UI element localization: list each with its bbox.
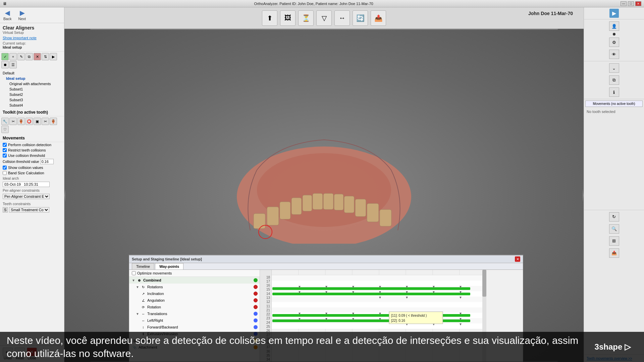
rotations-label: Rotations <box>147 285 252 289</box>
important-note-link[interactable]: Show important note <box>3 36 61 40</box>
perform-collision-check[interactable] <box>3 143 7 147</box>
right-btn-export[interactable]: 📤 <box>609 248 619 258</box>
tool-delete[interactable]: ✕ <box>34 53 41 60</box>
teeth-constraints-label-row: Teeth constraints <box>0 201 64 206</box>
restrict-collisions-label: Restrict teeth collisions <box>8 148 46 152</box>
tree-subset2[interactable]: Subset2 <box>1 92 63 97</box>
timeline-close-button[interactable]: ✕ <box>515 256 520 262</box>
toolbar-btn-4[interactable]: ▽ <box>316 10 332 26</box>
nav-bar: ◀ Back ▶ Next <box>0 7 64 23</box>
svg-rect-29 <box>272 307 486 313</box>
toolkit-btn-1[interactable]: 🔧 <box>1 118 9 125</box>
band-size-label: Band Size Calculation <box>8 171 44 175</box>
current-setup-value: Ideal setup <box>3 45 61 49</box>
tl-rotation[interactable]: ⟳ Rotation <box>129 304 260 310</box>
tool-record[interactable]: ⏺ <box>1 61 9 68</box>
tool-add[interactable]: + <box>9 53 17 60</box>
tool-list[interactable]: ☰ <box>9 61 17 68</box>
perform-collision-row: Perform collision detection <box>0 142 64 147</box>
tl-rotations[interactable]: ▼ ↻ Rotations <box>129 284 260 290</box>
forwardbackward-icon: ↕ <box>141 324 146 330</box>
toolbar-btn-2[interactable]: 🖼 <box>280 10 296 26</box>
toolbar-btn-3[interactable]: ⏳ <box>298 10 314 26</box>
inclination-label: Inclination <box>147 292 252 296</box>
tree-default[interactable]: Default <box>1 70 63 76</box>
angulation-icon: ∠ <box>141 298 146 303</box>
tool-play[interactable]: ▶ <box>50 53 57 60</box>
tl-forwardbackward[interactable]: ↕ Forward/Backward <box>129 324 260 330</box>
tl-inclination[interactable]: ↗ Inclination <box>129 290 260 297</box>
right-btn-person[interactable]: 👤 <box>609 21 619 31</box>
right-btn-chevron-down[interactable]: ⌄ <box>609 63 619 73</box>
restrict-collisions-check[interactable] <box>3 148 7 152</box>
right-btn-grid[interactable]: ⊞ <box>609 236 619 246</box>
tree-original[interactable]: Original with attachments <box>1 81 63 86</box>
tl-leftright[interactable]: ↔ Left/Right <box>129 317 260 324</box>
right-panel-expand-button[interactable]: ▶ <box>609 9 619 18</box>
toolkit-btn-5[interactable]: ▣ <box>34 118 41 125</box>
right-btn-layers[interactable]: ⧉ <box>609 75 619 85</box>
threshold-value-input[interactable]: 0.16 <box>40 159 54 164</box>
toolbar-btn-6[interactable]: 🔄 <box>353 10 368 26</box>
tool-copy[interactable]: ⧉ <box>25 53 33 60</box>
toolkit-btn-8[interactable]: ♡ <box>1 126 9 133</box>
inclination-dot <box>254 292 258 296</box>
maximize-button[interactable]: □ <box>628 1 634 6</box>
toolkit-btn-4[interactable]: ⭕ <box>25 118 33 125</box>
right-btn-view[interactable]: 👁 <box>609 50 619 59</box>
tool-edit[interactable]: ✎ <box>17 53 25 60</box>
svg-rect-34 <box>272 293 470 295</box>
tree-ideal-setup[interactable]: Ideal setup <box>1 76 63 81</box>
window-controls[interactable]: — □ ✕ <box>621 1 641 6</box>
toolkit-btn-3[interactable]: 🏺 <box>17 118 25 125</box>
right-btn-zoom[interactable]: 🔍 <box>609 224 619 234</box>
next-button[interactable]: ▶ Next <box>18 9 26 21</box>
rotation-dot <box>254 305 258 309</box>
show-collision-check[interactable] <box>3 166 7 170</box>
tab-timeline[interactable]: Timeline <box>132 263 154 269</box>
setup-toolbar: ✓ + ✎ ⧉ ✕ ⇅ ▶ ⏺ ☰ <box>0 52 64 70</box>
rotations-expand-icon[interactable]: ▼ <box>136 285 139 289</box>
back-button[interactable]: ◀ Back <box>3 9 11 21</box>
tl-angulation[interactable]: ∠ Angulation <box>129 297 260 304</box>
band-size-check[interactable] <box>3 171 7 175</box>
perform-collision-label: Perform collision detection <box>8 143 51 147</box>
leftright-label: Left/Right <box>147 318 252 322</box>
use-threshold-check[interactable] <box>3 154 7 158</box>
toolkit-header: Toolkit (no active tooth) <box>0 109 64 116</box>
rotations-dot <box>254 285 258 289</box>
optimize-check[interactable] <box>132 271 136 275</box>
tl-combined[interactable]: ▼ ⊕ Combined <box>129 277 260 284</box>
toolbar-btn-5[interactable]: ↔ <box>334 10 350 26</box>
toolbar-btn-1[interactable]: ⬆ <box>262 10 277 26</box>
tree-subset4[interactable]: Subset4 <box>1 103 63 108</box>
toolkit-btn-6[interactable]: ✂ <box>42 118 49 125</box>
tool-check[interactable]: ✓ <box>1 53 9 60</box>
center-area: ⬆ 🖼 ⏳ ▽ ↔ 🔄 📤 <box>64 7 584 362</box>
tab-waypoints[interactable]: Way-points <box>155 263 183 269</box>
right-btn-settings[interactable]: ⚙ <box>609 38 619 47</box>
svg-rect-33 <box>272 287 470 290</box>
tl-translations[interactable]: ▼ ↔ Translations <box>129 310 260 317</box>
minimize-button[interactable]: — <box>621 1 627 6</box>
rownum-14: 14 <box>260 292 271 296</box>
back-arrow-icon: ◀ <box>5 9 10 17</box>
tool-move[interactable]: ⇅ <box>42 53 49 60</box>
per-aligner-select[interactable]: Per-Aligner Constraint Example <box>3 194 50 199</box>
next-label: Next <box>18 17 26 21</box>
translations-expand-icon[interactable]: ▼ <box>136 312 139 316</box>
teeth-constraints-select[interactable]: Small Treatment Constraint Examp <box>9 207 49 213</box>
right-btn-info[interactable]: ℹ <box>609 87 619 97</box>
right-btn-refresh[interactable]: ↻ <box>609 212 619 222</box>
svg-rect-24 <box>272 281 486 286</box>
close-window-button[interactable]: ✕ <box>635 1 641 6</box>
combined-expand-icon[interactable]: ▼ <box>132 279 135 282</box>
toolkit-btn-7[interactable]: 🏺 <box>50 118 57 125</box>
inclination-icon: ↗ <box>141 291 146 296</box>
tree-subset3[interactable]: Subset3 <box>1 97 63 103</box>
tree-subset1[interactable]: Subset1 <box>1 86 63 92</box>
toolkit-btn-2[interactable]: ✂ <box>9 118 17 125</box>
toolbar-btn-7[interactable]: 📤 <box>371 10 386 26</box>
date-input[interactable]: 03-Oct-19 10:25:31 <box>3 182 50 187</box>
rotation-label: Rotation <box>147 305 252 309</box>
